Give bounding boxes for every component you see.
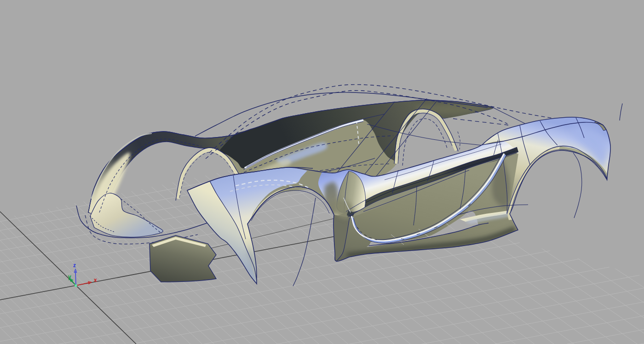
svg-text:y: y (68, 274, 71, 280)
svg-text:x: x (94, 277, 97, 283)
svg-text:z: z (73, 262, 76, 269)
